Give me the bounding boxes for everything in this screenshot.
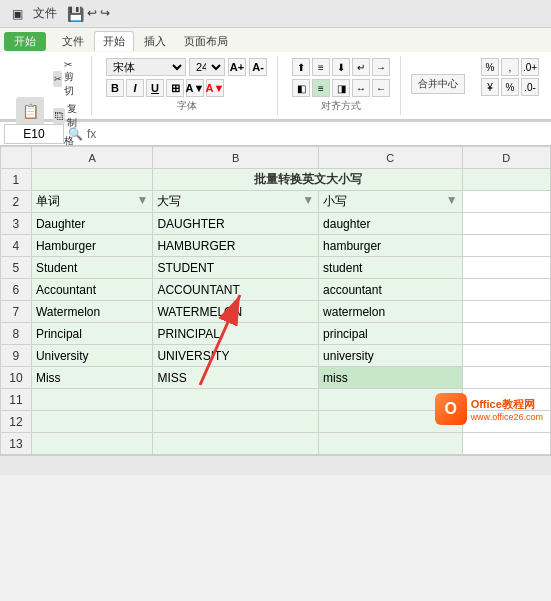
cell-b3[interactable]: DAUGHTER bbox=[153, 213, 319, 235]
save-icon[interactable]: 💾 bbox=[67, 6, 84, 22]
cell-d10[interactable] bbox=[462, 367, 550, 389]
cell-a6[interactable]: Accountant bbox=[31, 279, 152, 301]
cell-b11[interactable] bbox=[153, 389, 319, 411]
cell-c10[interactable]: miss bbox=[319, 367, 463, 389]
cell-b1[interactable]: 批量转换英文大小写 bbox=[153, 169, 462, 191]
merge-center-btn[interactable]: 合并中心 bbox=[411, 74, 465, 94]
cell-a5[interactable]: Student bbox=[31, 257, 152, 279]
text-wrap-btn[interactable]: ↵ bbox=[352, 58, 370, 76]
border-btn[interactable]: ⊞ bbox=[166, 79, 184, 97]
col-header-a[interactable]: A bbox=[31, 147, 152, 169]
decimal-decrease-btn[interactable]: .0- bbox=[521, 78, 539, 96]
col-header-b[interactable]: B bbox=[153, 147, 319, 169]
cut-btn[interactable]: ✂ ✂ 剪切 bbox=[50, 58, 85, 99]
cell-c3[interactable]: daughter bbox=[319, 213, 463, 235]
font-color-btn[interactable]: A▼ bbox=[206, 79, 224, 97]
align-right-btn[interactable]: ◨ bbox=[332, 79, 350, 97]
cell-c6[interactable]: accountant bbox=[319, 279, 463, 301]
cell-b10[interactable]: MISS bbox=[153, 367, 319, 389]
cell-b9[interactable]: UNIVERSITY bbox=[153, 345, 319, 367]
row-header-6[interactable]: 6 bbox=[1, 279, 32, 301]
cell-d5[interactable] bbox=[462, 257, 550, 279]
tab-file[interactable]: 文件 bbox=[54, 32, 92, 51]
filter-icon-a[interactable]: ▼ bbox=[137, 193, 149, 207]
cell-b5[interactable]: STUDENT bbox=[153, 257, 319, 279]
align-middle-btn[interactable]: ≡ bbox=[312, 58, 330, 76]
percent-btn[interactable]: % bbox=[501, 78, 519, 96]
row-header-9[interactable]: 9 bbox=[1, 345, 32, 367]
cell-a9[interactable]: University bbox=[31, 345, 152, 367]
font-shrink-btn[interactable]: A- bbox=[249, 58, 267, 76]
col-header-d[interactable]: D bbox=[462, 147, 550, 169]
cell-a7[interactable]: Watermelon bbox=[31, 301, 152, 323]
cell-a2[interactable]: 单词 ▼ bbox=[31, 191, 152, 213]
cell-a1[interactable] bbox=[31, 169, 152, 191]
cell-b8[interactable]: PRINCIPAL bbox=[153, 323, 319, 345]
cell-a12[interactable] bbox=[31, 411, 152, 433]
italic-btn[interactable]: I bbox=[126, 79, 144, 97]
cell-a10[interactable]: Miss bbox=[31, 367, 152, 389]
cell-c2[interactable]: 小写 ▼ bbox=[319, 191, 463, 213]
cell-d13[interactable] bbox=[462, 433, 550, 455]
cell-d4[interactable] bbox=[462, 235, 550, 257]
cell-a8[interactable]: Principal bbox=[31, 323, 152, 345]
cell-b4[interactable]: HAMBURGER bbox=[153, 235, 319, 257]
indent-decrease-btn[interactable]: ← bbox=[372, 79, 390, 97]
row-header-10[interactable]: 10 bbox=[1, 367, 32, 389]
cell-b12[interactable] bbox=[153, 411, 319, 433]
cell-c8[interactable]: principal bbox=[319, 323, 463, 345]
row-header-5[interactable]: 5 bbox=[1, 257, 32, 279]
indent-increase-btn[interactable]: → bbox=[372, 58, 390, 76]
cell-d7[interactable] bbox=[462, 301, 550, 323]
row-header-11[interactable]: 11 bbox=[1, 389, 32, 411]
row-header-3[interactable]: 3 bbox=[1, 213, 32, 235]
cell-c13[interactable] bbox=[319, 433, 463, 455]
cell-a4[interactable]: Hamburger bbox=[31, 235, 152, 257]
redo-icon[interactable]: ↪ bbox=[100, 6, 110, 22]
title-menu-file[interactable]: 文件 bbox=[33, 5, 57, 22]
row-header-12[interactable]: 12 bbox=[1, 411, 32, 433]
cell-a11[interactable] bbox=[31, 389, 152, 411]
cell-d6[interactable] bbox=[462, 279, 550, 301]
indent-btn[interactable]: ↔ bbox=[352, 79, 370, 97]
align-center-btn[interactable]: ≡ bbox=[312, 79, 330, 97]
file-menu[interactable]: ▣ bbox=[8, 7, 27, 21]
row-header-13[interactable]: 13 bbox=[1, 433, 32, 455]
font-size-select[interactable]: 24 bbox=[189, 58, 225, 76]
cell-d8[interactable] bbox=[462, 323, 550, 345]
cell-c9[interactable]: university bbox=[319, 345, 463, 367]
row-header-2[interactable]: 2 bbox=[1, 191, 32, 213]
underline-btn[interactable]: U bbox=[146, 79, 164, 97]
cell-c5[interactable]: student bbox=[319, 257, 463, 279]
cell-d3[interactable] bbox=[462, 213, 550, 235]
bold-btn[interactable]: B bbox=[106, 79, 124, 97]
row-header-1[interactable]: 1 bbox=[1, 169, 32, 191]
formula-input[interactable] bbox=[100, 124, 547, 144]
cell-a3[interactable]: Daughter bbox=[31, 213, 152, 235]
row-header-4[interactable]: 4 bbox=[1, 235, 32, 257]
font-grow-btn[interactable]: A+ bbox=[228, 58, 246, 76]
row-header-8[interactable]: 8 bbox=[1, 323, 32, 345]
cell-reference[interactable] bbox=[4, 124, 64, 144]
row-header-7[interactable]: 7 bbox=[1, 301, 32, 323]
decimal-increase-btn[interactable]: .0+ bbox=[521, 58, 539, 76]
filter-icon-b[interactable]: ▼ bbox=[302, 193, 314, 207]
cell-b13[interactable] bbox=[153, 433, 319, 455]
cell-c4[interactable]: hamburger bbox=[319, 235, 463, 257]
cell-b6[interactable]: ACCOUNTANT bbox=[153, 279, 319, 301]
currency-btn[interactable]: ¥ bbox=[481, 78, 499, 96]
comma-btn[interactable]: , bbox=[501, 58, 519, 76]
tab-page-layout[interactable]: 页面布局 bbox=[176, 32, 236, 51]
cell-c7[interactable]: watermelon bbox=[319, 301, 463, 323]
cell-b7[interactable]: WATERMELON bbox=[153, 301, 319, 323]
tab-home[interactable]: 开始 bbox=[94, 31, 134, 51]
align-top-btn[interactable]: ⬆ bbox=[292, 58, 310, 76]
col-header-c[interactable]: C bbox=[319, 147, 463, 169]
cell-d1[interactable] bbox=[462, 169, 550, 191]
fill-color-btn[interactable]: A▼ bbox=[186, 79, 204, 97]
align-left-btn[interactable]: ◧ bbox=[292, 79, 310, 97]
cell-d9[interactable] bbox=[462, 345, 550, 367]
cell-a13[interactable] bbox=[31, 433, 152, 455]
cell-d2[interactable] bbox=[462, 191, 550, 213]
start-btn[interactable]: 开始 bbox=[4, 32, 46, 51]
